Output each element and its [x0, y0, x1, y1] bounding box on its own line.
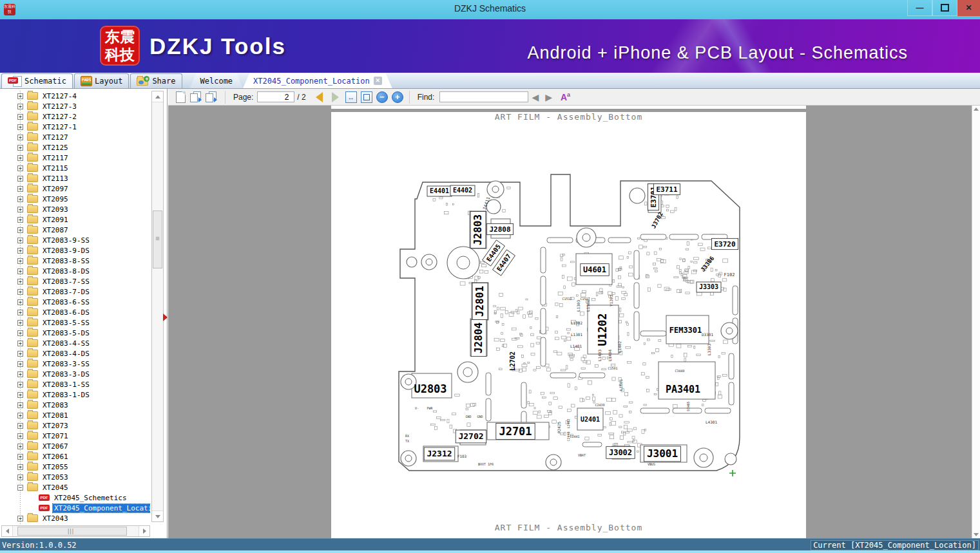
- tab-share[interactable]: + Share: [130, 73, 182, 88]
- expand-icon[interactable]: +: [17, 382, 23, 388]
- tree-item-XT2127[interactable]: +XT2127: [0, 132, 150, 142]
- scroll-right-icon[interactable]: [139, 526, 149, 536]
- expand-icon[interactable]: +: [17, 516, 23, 521]
- expand-icon[interactable]: +: [17, 454, 23, 460]
- expand-icon[interactable]: +: [17, 289, 23, 295]
- titlebar[interactable]: 东震科技 DZKJ Schematics — ✕: [0, 0, 980, 19]
- expand-icon[interactable]: +: [17, 248, 23, 254]
- expand-icon[interactable]: +: [17, 402, 23, 408]
- sidebar-tree[interactable]: +XT2127-4+XT2127-3+XT2127-2+XT2127-1+XT2…: [0, 91, 150, 524]
- viewer-scroll-up-icon[interactable]: [974, 108, 979, 111]
- tree-item-XT2083-7-DS[interactable]: +XT2083-7-DS: [0, 286, 150, 297]
- tree-item-XT2045_Component_Location[interactable]: PDFXT2045_Component_Location: [0, 503, 150, 513]
- pdf-viewer[interactable]: ART FILM - Assembly_Bottom E4401E4402J44…: [168, 106, 980, 538]
- tree-item-XT2067[interactable]: +XT2067: [0, 441, 150, 451]
- tree-item-XT2095[interactable]: +XT2095: [0, 194, 150, 204]
- expand-icon[interactable]: +: [17, 238, 23, 243]
- expand-icon[interactable]: +: [17, 279, 23, 285]
- tree-item-XT2083-7-SS[interactable]: +XT2083-7-SS: [0, 276, 150, 286]
- expand-icon[interactable]: +: [17, 104, 23, 109]
- next-page-icon[interactable]: [332, 92, 339, 102]
- doc-tab-component-location[interactable]: XT2045_Component_Location ✕: [243, 73, 392, 88]
- expand-icon[interactable]: +: [17, 341, 23, 346]
- expand-icon[interactable]: +: [17, 93, 23, 99]
- tree-item-XT2127-2[interactable]: +XT2127-2: [0, 111, 150, 122]
- tree-item-XT2115[interactable]: +XT2115: [0, 163, 150, 173]
- tree-item-XT2043[interactable]: +XT2043: [0, 513, 150, 523]
- find-next-icon[interactable]: ▶: [545, 92, 552, 102]
- tree-item-XT2083-8-DS[interactable]: +XT2083-8-DS: [0, 266, 150, 276]
- tree-item-XT2093[interactable]: +XT2093: [0, 204, 150, 214]
- tree-item-XT2117[interactable]: +XT2117: [0, 153, 150, 163]
- expand-icon[interactable]: +: [17, 464, 23, 470]
- viewer-vertical-scrollbar[interactable]: [972, 106, 980, 538]
- match-case-icon[interactable]: Aa: [561, 91, 570, 102]
- tree-item-XT2127-3[interactable]: +XT2127-3: [0, 101, 150, 111]
- tree-item-XT2083-3-SS[interactable]: +XT2083-3-SS: [0, 359, 150, 369]
- expand-icon[interactable]: +: [17, 444, 23, 449]
- facing-pages-icon[interactable]: [190, 91, 201, 102]
- single-page-icon[interactable]: [176, 91, 186, 103]
- zoom-out-icon[interactable]: −: [376, 91, 388, 103]
- previous-page-icon[interactable]: [316, 92, 323, 102]
- tab-layout[interactable]: PADS Layout: [74, 73, 129, 88]
- tree-item-XT2083-5-SS[interactable]: +XT2083-5-SS: [0, 317, 150, 328]
- sidebar-vertical-scrollbar[interactable]: [151, 91, 164, 522]
- expand-icon[interactable]: +: [17, 268, 23, 274]
- tree-item-XT2081[interactable]: +XT2081: [0, 410, 150, 420]
- tree-item-XT2113[interactable]: +XT2113: [0, 173, 150, 183]
- tree-item-XT2053[interactable]: +XT2053: [0, 472, 150, 482]
- splitter-collapse-arrow[interactable]: [163, 314, 168, 321]
- minimize-button[interactable]: —: [907, 0, 932, 16]
- find-input[interactable]: [439, 91, 528, 102]
- page-number-input[interactable]: [257, 91, 294, 102]
- expand-icon[interactable]: +: [17, 207, 23, 212]
- tree-item-XT2073[interactable]: +XT2073: [0, 420, 150, 431]
- expand-icon[interactable]: +: [17, 258, 23, 264]
- fit-width-icon[interactable]: ↔: [345, 91, 357, 103]
- sidebar-hscroll-thumb[interactable]: [17, 527, 127, 536]
- expand-icon[interactable]: +: [17, 413, 23, 418]
- expand-icon[interactable]: +: [17, 217, 23, 223]
- expand-icon[interactable]: +: [17, 330, 23, 336]
- viewer-scroll-down-icon[interactable]: [974, 533, 979, 536]
- tree-item-XT2083-9-SS[interactable]: +XT2083-9-SS: [0, 235, 150, 245]
- tree-item-XT2083-9-DS[interactable]: +XT2083-9-DS: [0, 245, 150, 256]
- scroll-up-icon[interactable]: [152, 91, 163, 102]
- scroll-left-icon[interactable]: [2, 526, 13, 536]
- sidebar-vscroll-thumb[interactable]: [153, 211, 162, 268]
- expand-icon[interactable]: +: [17, 155, 23, 161]
- tree-item-XT2087[interactable]: +XT2087: [0, 225, 150, 235]
- tree-item-XT2091[interactable]: +XT2091: [0, 214, 150, 225]
- tree-item-XT2083-8-SS[interactable]: +XT2083-8-SS: [0, 256, 150, 266]
- doc-tab-welcome[interactable]: Welcome: [190, 73, 244, 88]
- sidebar-horizontal-scrollbar[interactable]: [1, 525, 150, 537]
- tree-item-XT2061[interactable]: +XT2061: [0, 451, 150, 462]
- tree-item-XT2083-4-SS[interactable]: +XT2083-4-SS: [0, 338, 150, 348]
- tree-item-XT2097[interactable]: +XT2097: [0, 183, 150, 194]
- expand-icon[interactable]: +: [17, 433, 23, 439]
- tree-item-XT2125[interactable]: +XT2125: [0, 142, 150, 153]
- expand-icon[interactable]: +: [17, 299, 23, 305]
- expand-icon[interactable]: +: [17, 371, 23, 377]
- tree-item-XT2083[interactable]: +XT2083: [0, 400, 150, 410]
- tree-item-XT2127-1[interactable]: +XT2127-1: [0, 122, 150, 132]
- tree-item-XT2055[interactable]: +XT2055: [0, 462, 150, 472]
- tree-item-XT2083-6-DS[interactable]: +XT2083-6-DS: [0, 307, 150, 317]
- tree-item-XT2083-4-DS[interactable]: +XT2083-4-DS: [0, 348, 150, 359]
- tree-item-XT2083-1-SS[interactable]: +XT2083-1-SS: [0, 379, 150, 389]
- zoom-in-icon[interactable]: +: [392, 91, 403, 103]
- expand-icon[interactable]: +: [17, 423, 23, 429]
- expand-icon[interactable]: +: [17, 135, 23, 140]
- tree-item-XT2045[interactable]: −XT2045: [0, 482, 150, 492]
- expand-icon[interactable]: +: [17, 165, 23, 171]
- expand-icon[interactable]: +: [17, 320, 23, 326]
- tree-item-XT2083-1-DS[interactable]: +XT2083-1-DS: [0, 389, 150, 400]
- continuous-pages-icon[interactable]: [206, 91, 216, 102]
- expand-icon[interactable]: +: [17, 186, 23, 192]
- maximize-button[interactable]: [932, 0, 957, 16]
- scroll-down-icon[interactable]: [152, 511, 163, 521]
- expand-icon[interactable]: +: [17, 176, 23, 182]
- collapse-icon[interactable]: −: [17, 485, 23, 491]
- expand-icon[interactable]: +: [17, 145, 23, 151]
